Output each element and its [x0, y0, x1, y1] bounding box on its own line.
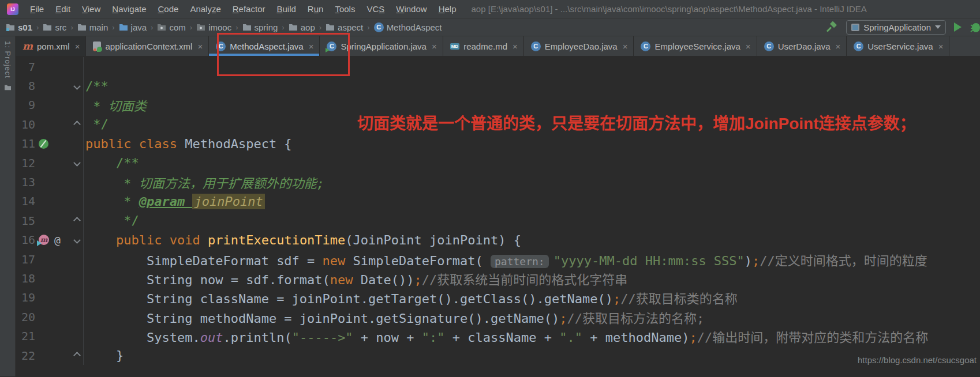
run-configuration-select[interactable]: SpringApplication: [846, 20, 946, 35]
menu-item-code[interactable]: Code: [152, 0, 185, 18]
breadcrumb-item-imooc[interactable]: imooc: [196, 22, 231, 32]
breadcrumb-item-src[interactable]: src: [43, 22, 66, 32]
menu-item-file[interactable]: File: [24, 0, 50, 18]
menu-item-build[interactable]: Build: [271, 0, 301, 18]
tab-close-icon[interactable]: ×: [623, 42, 628, 51]
fold-marker-icon[interactable]: [73, 236, 81, 244]
breadcrumb-item-aspect[interactable]: aspect: [326, 22, 363, 32]
breadcrumb-item-s01[interactable]: s01: [6, 22, 32, 32]
code-segment: }: [85, 348, 124, 363]
code-line: 21 System.out.println("----->" + now + "…: [16, 326, 980, 345]
code-segment: String className = joinPoint.getTarget()…: [85, 292, 613, 306]
breadcrumb-item-MethodAspect[interactable]: CMethodAspect: [374, 22, 442, 32]
breadcrumb-item-java[interactable]: java: [119, 22, 147, 32]
breadcrumb-item-spring[interactable]: spring: [242, 22, 278, 32]
breadcrumb-separator: ›: [367, 23, 369, 32]
build-hammer-icon[interactable]: [826, 21, 838, 33]
gutter-icons: m@: [35, 234, 71, 246]
fold-marker-icon[interactable]: [73, 120, 81, 128]
advised-method-gutter-icon[interactable]: m: [39, 235, 49, 245]
code-editor[interactable]: 78/**9 * 切面类10 */11public class MethodAs…: [16, 56, 980, 376]
navigation-bar: s01›src›main›java›com›imooc›spring›aop›a…: [0, 18, 980, 36]
code-segment: ":": [422, 330, 445, 345]
menu-item-run[interactable]: Run: [302, 0, 330, 18]
folder-icon: [4, 84, 12, 91]
tab-close-icon[interactable]: ×: [432, 42, 437, 51]
code-segment: String now = sdf.format(: [85, 273, 330, 287]
code-line: 22 }: [16, 346, 980, 365]
menu-item-refactor[interactable]: Refactor: [227, 0, 271, 18]
spring-config-icon: [93, 42, 101, 51]
run-configuration-label: SpringApplication: [863, 22, 931, 32]
breadcrumb-label: java: [131, 22, 147, 32]
tab-UserService.java[interactable]: CUserService.java×: [847, 36, 949, 56]
parameter-hint: pattern:: [491, 255, 549, 268]
project-toolwindow-button[interactable]: 1: Project: [3, 41, 12, 78]
menu-item-vcs[interactable]: VCS: [361, 0, 390, 18]
tab-readme.md[interactable]: MDreadme.md×: [443, 36, 524, 56]
line-number: 15: [16, 214, 35, 228]
code-line: 19 String className = joinPoint.getTarge…: [16, 288, 980, 307]
tab-pom.xml[interactable]: mpom.xml×: [16, 36, 86, 56]
tab-close-icon[interactable]: ×: [75, 42, 80, 51]
code-segment: ;: [689, 330, 697, 345]
tab-close-icon[interactable]: ×: [836, 42, 841, 51]
breadcrumb-item-main[interactable]: main: [77, 22, 109, 32]
tab-EmployeeDao.java[interactable]: CEmployeeDao.java×: [524, 36, 634, 56]
tab-close-icon[interactable]: ×: [309, 42, 314, 51]
fold-marker-icon[interactable]: [73, 159, 81, 167]
code-segment: SimpleDateFormat(: [353, 254, 491, 268]
fold-column: [71, 153, 84, 172]
code-segment: 切面类: [109, 99, 147, 114]
fold-column: [71, 250, 84, 269]
breadcrumb-separator: ›: [190, 23, 192, 32]
code-text: String now = sdf.format(new Date());//获取…: [84, 269, 627, 288]
code-segment: public void: [116, 233, 208, 247]
menu-item-navigate[interactable]: Navigate: [106, 0, 152, 18]
code-segment: ;: [414, 273, 422, 287]
tab-close-icon[interactable]: ×: [197, 42, 203, 51]
menu-item-tools[interactable]: Tools: [329, 0, 361, 18]
fold-marker-icon[interactable]: [73, 217, 81, 224]
menu-item-view[interactable]: View: [76, 0, 106, 18]
tab-label: readme.md: [463, 42, 507, 51]
fold-marker-icon[interactable]: [73, 82, 81, 90]
code-segment: SimpleDateFormat sdf =: [85, 254, 323, 268]
debug-bug-icon[interactable]: [970, 21, 980, 33]
tab-label: UserService.java: [867, 42, 933, 51]
code-text: public void printExecutionTime(JoinPoint…: [84, 233, 521, 247]
tab-SpringApplication.java[interactable]: CSpringApplication.java×: [320, 36, 443, 56]
line-number: 9: [16, 98, 35, 112]
markdown-icon: MD: [450, 43, 459, 50]
line-number: 22: [16, 349, 35, 363]
menu-item-window[interactable]: Window: [390, 0, 432, 18]
breadcrumb-item-aop[interactable]: aop: [289, 22, 315, 32]
tab-applicationContext.xml[interactable]: applicationContext.xml×: [86, 36, 209, 56]
tab-UserDao.java[interactable]: CUserDao.java×: [757, 36, 847, 56]
menu-item-help[interactable]: Help: [433, 0, 462, 18]
editor-tab-bar: mpom.xml×applicationContext.xml×CMethodA…: [16, 36, 980, 56]
tab-MethodAspect.java[interactable]: CMethodAspect.java×: [209, 36, 320, 56]
line-number: 19: [16, 291, 35, 304]
menu-item-analyze[interactable]: Analyze: [184, 0, 226, 18]
code-text: */: [84, 213, 139, 228]
code-segment: ): [745, 254, 752, 268]
spring-bean-gutter-icon[interactable]: [39, 139, 48, 149]
code-text: }: [84, 348, 124, 363]
breadcrumb-separator: ›: [151, 23, 153, 32]
breadcrumb-label: imooc: [208, 22, 231, 32]
breadcrumb-item-com[interactable]: com: [157, 22, 185, 32]
tab-close-icon[interactable]: ×: [938, 42, 944, 51]
class-icon: C: [641, 42, 650, 51]
tab-close-icon[interactable]: ×: [746, 42, 751, 51]
code-text: * @param joinPoint: [84, 194, 265, 209]
menu-item-edit[interactable]: Edit: [50, 0, 76, 18]
intellij-window: IJ FileEditViewNavigateCodeAnalyzeRefact…: [0, 0, 980, 377]
fold-marker-icon[interactable]: [73, 352, 81, 359]
code-text: */: [84, 117, 109, 131]
tab-close-icon[interactable]: ×: [513, 42, 518, 51]
folder-icon: [43, 23, 52, 31]
run-button[interactable]: [954, 22, 962, 32]
fold-column: [71, 115, 84, 134]
tab-EmployeeService.java[interactable]: CEmployeeService.java×: [634, 36, 757, 56]
